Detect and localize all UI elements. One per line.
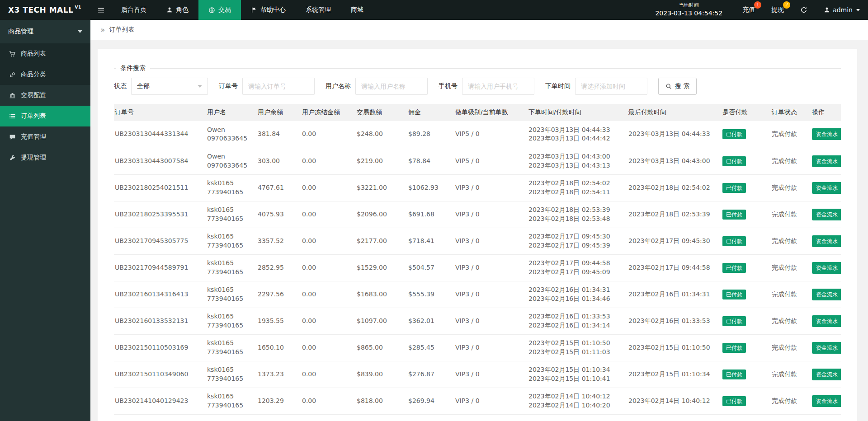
table-row: UB2302170945305775 ksk0165 773940165 335… (114, 228, 841, 254)
user-name: ksk0165 (207, 232, 250, 241)
col-balance: 用户余额 (254, 104, 298, 121)
fund-flow-button[interactable]: 资金流水 (812, 262, 841, 274)
status-cell: 完成付款 (768, 388, 808, 414)
paid-cell: 已付款 (719, 148, 768, 174)
time-cell: 2023年02月15日 01:10:34 2023年02月15日 01:10:4… (525, 361, 625, 388)
action-cell: 资金流水 (808, 361, 841, 388)
commission-cell: $362.01 (405, 308, 452, 334)
fund-flow-button[interactable]: 资金流水 (812, 369, 841, 380)
user-cell: ksk0165 773940165 (203, 201, 254, 228)
time-cell: 2023年02月18日 02:53:39 2023年02月18日 02:53:4… (525, 201, 625, 228)
amount-cell: $2096.00 (353, 201, 405, 228)
sidebar-item-product-category[interactable]: 商品分类 (0, 64, 90, 85)
fund-flow-button[interactable]: 资金流水 (812, 235, 841, 247)
time-cell: 2023年02月16日 01:34:31 2023年02月16日 01:34:4… (525, 281, 625, 308)
last-pay-time-cell: 2023年02月15日 01:10:34 (625, 361, 719, 388)
order-time: 2023年02月18日 02:53:39 (528, 206, 621, 215)
nav-item-system[interactable]: 系统管理 (296, 0, 341, 20)
nav-item-roles[interactable]: 角色 (156, 0, 198, 20)
order-no-input[interactable] (242, 78, 315, 95)
order-time-input[interactable] (575, 78, 647, 95)
user-id: 0970633645 (207, 134, 250, 143)
pay-time: 2023年02月14日 10:40:20 (528, 401, 621, 410)
phone-filter: 手机号 (439, 78, 534, 95)
username-input[interactable] (355, 78, 428, 95)
search-fieldset: 条件搜索 状态 全部 订单号 用户名称 (114, 64, 841, 97)
pay-time: 2023年02月16日 01:34:14 (528, 321, 621, 330)
fund-flow-button[interactable]: 资金流水 (812, 155, 841, 167)
balance-cell: 381.84 (254, 121, 298, 148)
fund-flow-button[interactable]: 资金流水 (812, 342, 841, 354)
refresh-button[interactable] (792, 0, 816, 20)
col-last-pay-time: 最后付款时间 (625, 104, 719, 121)
amount-cell: $818.00 (353, 388, 405, 414)
status-cell: 完成付款 (768, 148, 808, 174)
sidebar-group-product-management[interactable]: 商品管理 (0, 20, 90, 43)
pay-time: 2023年02月16日 01:34:46 (528, 295, 621, 304)
sidebar-item-withdraw-management[interactable]: 提现管理 (0, 147, 90, 168)
fund-flow-button[interactable]: 资金流水 (812, 289, 841, 300)
bank-icon (9, 92, 16, 99)
chevron-down-icon (198, 85, 202, 88)
amount-cell: $219.00 (353, 148, 405, 174)
last-pay-time-cell: 2023年02月15日 01:10:50 (625, 334, 719, 361)
sidebar-item-order-list[interactable]: 订单列表 (0, 106, 90, 126)
time-cell: 2023年02月17日 09:45:30 2023年02月17日 09:45:3… (525, 228, 625, 254)
fund-flow-button[interactable]: 资金流水 (812, 315, 841, 327)
status-select[interactable]: 全部 (131, 78, 208, 95)
col-paid: 是否付款 (719, 104, 768, 121)
orders-table: 订单号 用户名 用户余额 用户冻结金额 交易数额 佣金 做单级别/当前单数 下单… (114, 104, 841, 415)
commission-cell: $78.84 (405, 148, 452, 174)
amount-cell: $1097.00 (353, 308, 405, 334)
fund-flow-button[interactable]: 资金流水 (812, 209, 841, 220)
order-no-filter: 订单号 (219, 78, 315, 95)
search-icon (665, 83, 672, 89)
status-cell: 完成付款 (768, 228, 808, 254)
balance-cell: 1203.29 (254, 388, 298, 414)
level-cell: VIP5 / 0 (452, 121, 525, 148)
balance-cell: 2297.56 (254, 281, 298, 308)
pay-time: 2023年02月17日 09:45:39 (528, 241, 621, 250)
frozen-cell: 0.00 (298, 174, 353, 201)
col-frozen: 用户冻结金额 (298, 104, 353, 121)
level-cell: VIP3 / 0 (452, 308, 525, 334)
paid-cell: 已付款 (719, 388, 768, 414)
nav-item-trade[interactable]: 交易 (198, 0, 241, 20)
user-name: Owen (207, 126, 250, 135)
nav-item-help-center[interactable]: 帮助中心 (241, 0, 296, 20)
nav-item-dashboard[interactable]: 后台首页 (111, 0, 156, 20)
user-name: ksk0165 (207, 365, 250, 374)
fund-flow-button[interactable]: 资金流水 (812, 128, 841, 140)
withdraw-button[interactable]: 提现 2 (763, 0, 792, 20)
user-id: 773940165 (207, 215, 250, 224)
status-selected-value: 全部 (137, 82, 150, 90)
phone-input[interactable] (462, 78, 534, 95)
level-cell: VIP3 / 0 (452, 361, 525, 388)
action-cell: 资金流水 (808, 174, 841, 201)
sidebar-item-trade-config[interactable]: 交易配置 (0, 85, 90, 106)
local-time: 当地时间 2023-03-13 04:54:52 (655, 0, 722, 20)
fund-flow-button[interactable]: 资金流水 (812, 395, 841, 407)
order-no-cell: UB2302160133532131 (114, 308, 203, 334)
action-cell: 资金流水 (808, 121, 841, 148)
level-cell: VIP3 / 0 (452, 254, 525, 281)
time-cell: 2023年02月15日 01:10:50 2023年02月15日 01:11:0… (525, 334, 625, 361)
table-row: UB2302170944589791 ksk0165 773940165 285… (114, 254, 841, 281)
balance-cell: 3357.52 (254, 228, 298, 254)
paid-cell: 已付款 (719, 334, 768, 361)
search-button[interactable]: 搜 索 (658, 78, 697, 95)
nav-item-mall[interactable]: 商城 (341, 0, 373, 20)
user-cell: ksk0165 773940165 (203, 308, 254, 334)
col-level: 做单级别/当前单数 (452, 104, 525, 121)
breadcrumb: » 订单列表 (90, 20, 868, 40)
last-pay-time-cell: 2023年02月16日 01:33:53 (625, 308, 719, 334)
table-row: UB2302180254021511 ksk0165 773940165 476… (114, 174, 841, 201)
sidebar-item-recharge-management[interactable]: 充值管理 (0, 126, 90, 147)
menu-toggle-button[interactable] (90, 0, 111, 20)
admin-user-menu[interactable]: admin (816, 0, 868, 20)
recharge-button[interactable]: 充值 1 (734, 0, 763, 20)
user-name: ksk0165 (207, 285, 250, 295)
orders-table-body: UB2303130444331344 Owen 0970633645 381.8… (114, 121, 841, 414)
sidebar-item-product-list[interactable]: 商品列表 (0, 43, 90, 64)
fund-flow-button[interactable]: 资金流水 (812, 182, 841, 194)
